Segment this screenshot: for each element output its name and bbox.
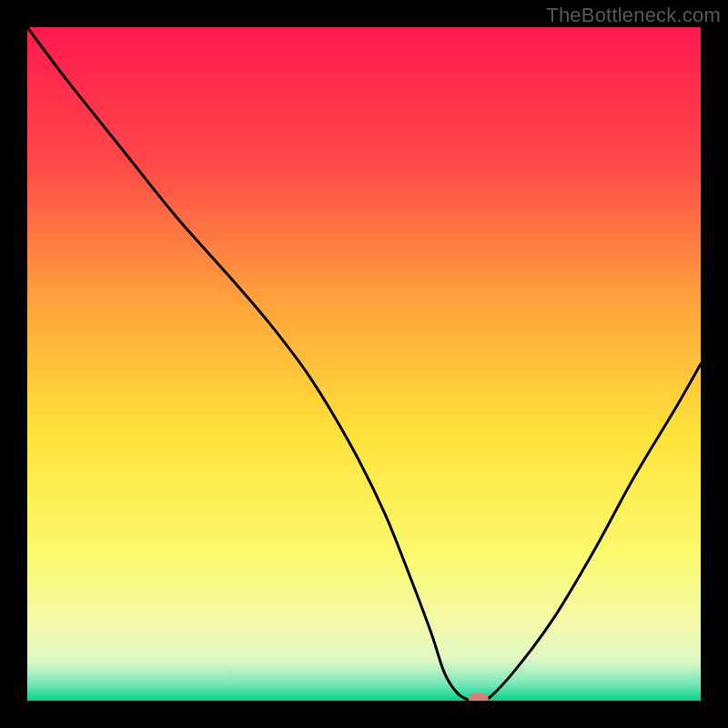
chart-background (27, 27, 701, 701)
plot-area (27, 27, 701, 701)
chart-stage: TheBottleneck.com (0, 0, 728, 728)
bottleneck-chart-svg (27, 27, 701, 701)
watermark-text: TheBottleneck.com (546, 4, 721, 27)
min-marker (469, 693, 489, 701)
